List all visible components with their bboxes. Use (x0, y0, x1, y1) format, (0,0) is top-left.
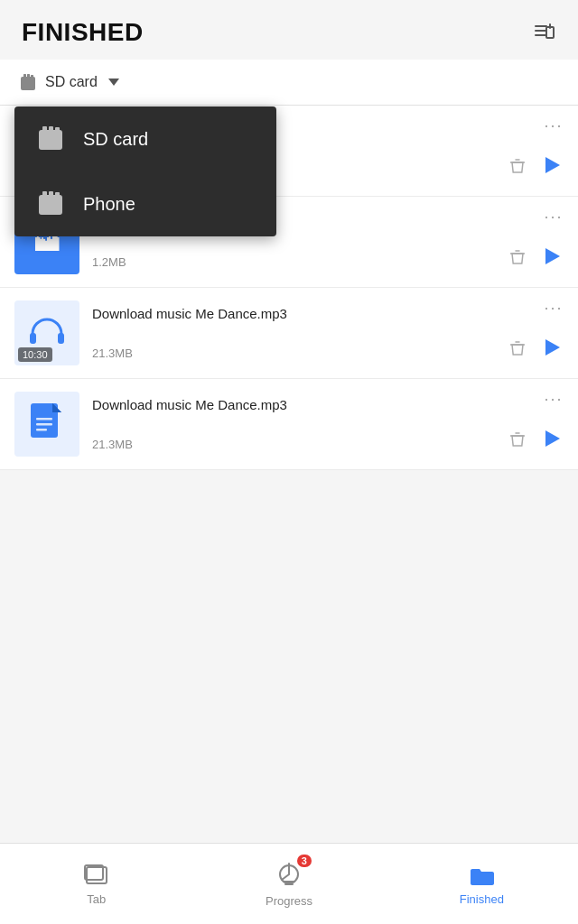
clear-all-button[interactable] (531, 20, 556, 45)
folder-icon (468, 862, 495, 889)
phone-option-icon (34, 188, 67, 220)
trash-lines-icon (531, 20, 556, 45)
document-icon (27, 402, 67, 447)
svg-rect-16 (55, 192, 60, 199)
more-options-button[interactable]: ⋮ (545, 391, 563, 411)
svg-rect-10 (42, 126, 47, 134)
svg-rect-15 (49, 191, 53, 199)
dropdown-item-sdcard[interactable]: SD card (14, 106, 276, 171)
svg-marker-30 (545, 430, 560, 447)
location-bar[interactable]: SD card (0, 60, 578, 106)
svg-rect-7 (27, 74, 30, 79)
svg-rect-28 (36, 423, 52, 426)
more-options-button[interactable]: ⋮ (545, 117, 563, 137)
play-icon (540, 153, 564, 177)
file-size: 1.2MB (92, 255, 500, 269)
phone-option-label: Phone (83, 194, 135, 215)
file-info: Download music Me Dance.mp3 21.3MB (92, 397, 500, 451)
svg-marker-21 (545, 157, 560, 173)
file-actions: ⋮ (508, 392, 564, 457)
nav-finished-label: Finished (460, 892, 504, 906)
delete-button[interactable] (508, 156, 527, 181)
dropdown-item-phone[interactable]: Phone (14, 171, 276, 236)
trash-icon (508, 247, 527, 267)
file-thumbnail-doc (14, 392, 79, 457)
svg-rect-8 (31, 75, 33, 79)
nav-progress-label: Progress (266, 894, 312, 908)
play-button[interactable] (540, 245, 564, 274)
tab-icon (83, 862, 110, 889)
svg-rect-27 (36, 418, 52, 420)
progress-badge: 3 (297, 855, 312, 867)
trash-icon (508, 430, 527, 449)
svg-rect-5 (21, 77, 35, 90)
sd-card-icon (18, 72, 38, 92)
play-icon (540, 245, 564, 268)
svg-rect-29 (36, 429, 47, 431)
file-name: Download music Me Dance.mp3 (92, 306, 500, 321)
table-row: Download music Me Dance.mp3 21.3MB ⋮ (0, 379, 578, 470)
file-info: Download music Me Dance.mp3 21.3MB (92, 306, 500, 360)
svg-marker-22 (545, 248, 560, 264)
file-size: 21.3MB (92, 346, 500, 360)
location-dropdown[interactable]: SD card Phone (14, 106, 276, 236)
location-label: SD card (45, 74, 98, 90)
svg-rect-6 (23, 74, 26, 79)
play-button[interactable] (540, 427, 564, 457)
file-actions: ⋮ (508, 209, 564, 274)
svg-rect-23 (30, 333, 36, 344)
delete-button[interactable] (508, 338, 527, 364)
play-icon (540, 427, 564, 450)
svg-rect-14 (42, 191, 47, 199)
delete-button[interactable] (508, 430, 527, 455)
headphone-icon (27, 316, 67, 350)
play-button[interactable] (540, 336, 564, 365)
svg-rect-24 (58, 333, 64, 344)
svg-rect-2 (535, 34, 547, 36)
sdcard-option-label: SD card (83, 129, 148, 150)
svg-rect-0 (535, 25, 547, 27)
file-actions: ⋮ (508, 118, 564, 183)
table-row: 10:30 Download music Me Dance.mp3 21.3MB… (0, 288, 578, 379)
file-actions: ⋮ (508, 300, 564, 365)
more-options-button[interactable]: ⋮ (545, 300, 563, 319)
play-button[interactable] (540, 153, 564, 183)
duration-badge: 10:30 (18, 347, 52, 362)
svg-marker-25 (545, 339, 560, 356)
sd-card-option-icon (34, 123, 67, 155)
file-thumbnail-audio: 10:30 (14, 300, 79, 365)
delete-button[interactable] (508, 247, 527, 273)
trash-icon (508, 338, 527, 358)
more-options-button[interactable]: ⋮ (545, 208, 563, 228)
bottom-navigation: Tab 3 Progress Finished (0, 843, 578, 924)
nav-progress[interactable]: 3 Progress (192, 860, 385, 908)
header: FINISHED (0, 0, 578, 60)
svg-rect-12 (55, 127, 60, 134)
svg-rect-11 (49, 126, 53, 134)
nav-tab-label: Tab (87, 892, 106, 906)
chevron-down-icon (108, 79, 119, 86)
nav-tab[interactable]: Tab (0, 862, 192, 906)
trash-icon (508, 156, 527, 176)
file-name: Download music Me Dance.mp3 (92, 397, 500, 412)
file-size: 21.3MB (92, 438, 500, 451)
play-icon (540, 336, 564, 359)
page-title: FINISHED (22, 18, 144, 47)
badge-wrapper: 3 (275, 860, 303, 891)
nav-finished[interactable]: Finished (386, 862, 578, 906)
svg-rect-1 (535, 30, 547, 32)
